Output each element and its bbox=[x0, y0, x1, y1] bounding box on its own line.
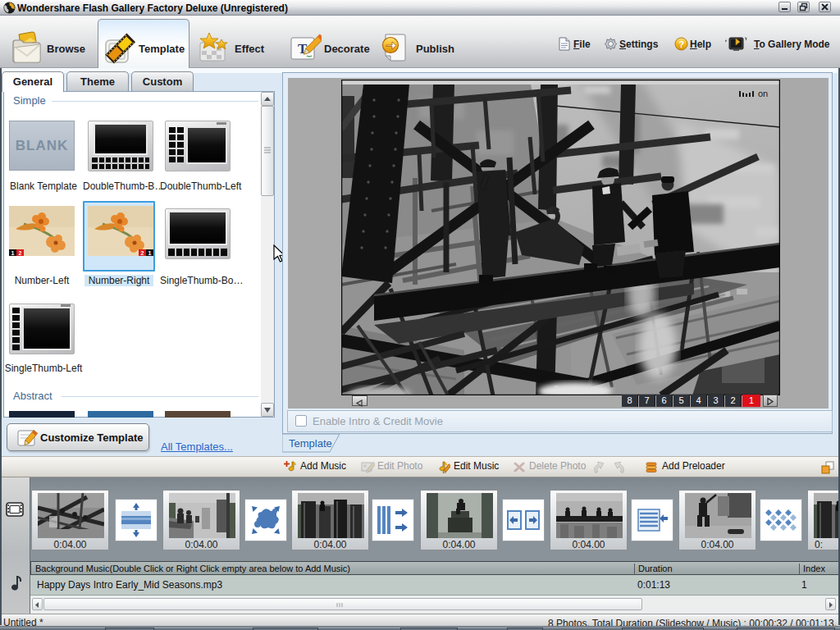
svg-text:2: 2 bbox=[141, 250, 144, 256]
svg-text:1: 1 bbox=[11, 250, 15, 256]
svg-text:Template: Template bbox=[289, 437, 332, 450]
svg-text:?: ? bbox=[678, 39, 684, 49]
svg-text:on: on bbox=[758, 89, 768, 98]
svg-text:1: 1 bbox=[148, 250, 152, 256]
svg-text:2: 2 bbox=[19, 250, 22, 256]
